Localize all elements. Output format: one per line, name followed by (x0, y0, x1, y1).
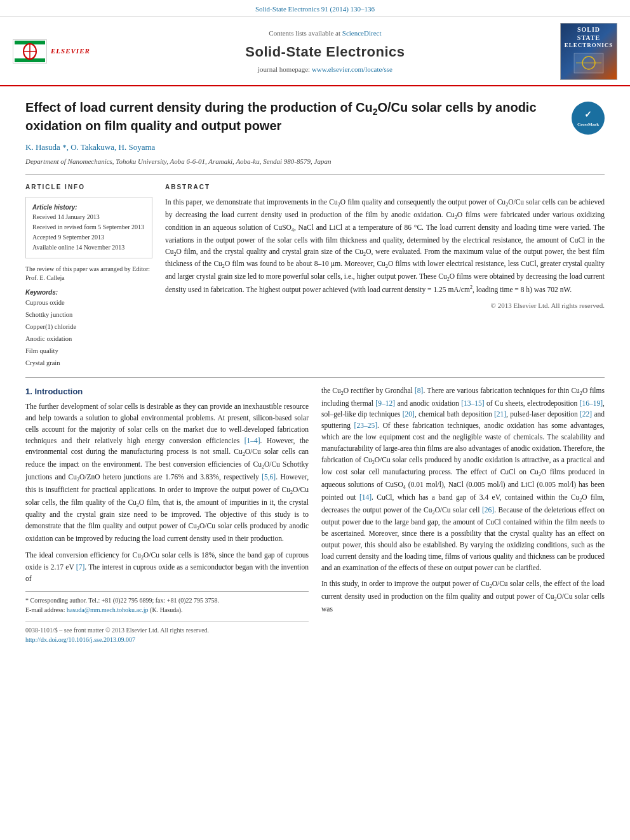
divider-1 (25, 174, 605, 175)
abstract-heading: ABSTRACT (165, 182, 605, 192)
journal-header: ELSEVIER Contents lists available at Sci… (0, 17, 630, 86)
keywords-label: Keywords: (25, 288, 152, 297)
body-two-col: 1. Introduction The further development … (25, 385, 605, 644)
body-left-col: 1. Introduction The further development … (25, 385, 309, 644)
journal-center-header: Contents lists available at ScienceDirec… (90, 28, 560, 74)
accepted-date: Accepted 9 September 2013 (32, 232, 145, 243)
footer-bar: 0038-1101/$ – see front matter © 2013 El… (25, 621, 309, 644)
intro-para-1: The further development of solar cells i… (25, 401, 309, 544)
keywords-list: Cuprous oxide Schottky junction Copper(1… (25, 297, 152, 369)
right-para-1: the Cu2O rectifier by Grondhal [8]. Ther… (321, 385, 605, 574)
keyword-4: Anodic oxidation (25, 333, 152, 345)
authors: K. Hasuda *, O. Takakuwa, H. Soyama (25, 141, 605, 154)
info-abstract-layout: ARTICLE INFO Article history: Received 1… (25, 182, 605, 369)
journal-reference: Solid-State Electronics 91 (2014) 130–13… (255, 5, 375, 13)
article-info-col: ARTICLE INFO Article history: Received 1… (25, 182, 152, 369)
article-info-heading: ARTICLE INFO (25, 182, 152, 192)
homepage-url[interactable]: www.elsevier.com/locate/sse (312, 65, 392, 73)
footnote-email: E-mail address: hasuda@mm.mech.tohoku.ac… (25, 605, 309, 615)
abstract-col: ABSTRACT In this paper, we demonstrate t… (165, 182, 605, 369)
copyright: © 2013 Elsevier Ltd. All rights reserved… (165, 300, 605, 311)
intro-title: 1. Introduction (25, 385, 309, 398)
abstract-text: In this paper, we demonstrate that impro… (165, 197, 605, 295)
elsevier-label: ELSEVIER (51, 46, 90, 57)
top-bar: Solid-State Electronics 91 (2014) 130–13… (0, 0, 630, 17)
sciencedirect-line: Contents lists available at ScienceDirec… (103, 28, 547, 39)
email-link[interactable]: hasuda@mm.mech.tohoku.ac.jp (67, 606, 149, 613)
article-title: Effect of load current density during th… (25, 99, 572, 135)
keywords-section: Keywords: Cuprous oxide Schottky junctio… (25, 288, 152, 369)
editor-note: The review of this paper was arranged by… (25, 265, 152, 283)
intro-para-2: The ideal conversion efficiency for Cu2O… (25, 550, 309, 585)
right-para-2: In this study, in order to improve the o… (321, 578, 605, 615)
available-date: Available online 14 November 2013 (32, 243, 145, 253)
crossmark-badge[interactable]: ✓ CrossMark (572, 102, 605, 135)
keyword-3: Copper(1) chloride (25, 321, 152, 333)
divider-2 (25, 377, 605, 378)
elsevier-logo-image (13, 39, 47, 63)
footnote-section: * Corresponding author. Tel.: +81 (0)22 … (25, 591, 309, 615)
article-title-section: Effect of load current density during th… (25, 99, 605, 135)
keyword-5: Film quality (25, 345, 152, 357)
body-right-col: the Cu2O rectifier by Grondhal [8]. Ther… (321, 385, 605, 644)
footer-doi[interactable]: http://dx.doi.org/10.1016/j.sse.2013.09.… (25, 635, 309, 644)
history-label: Article history: (32, 203, 145, 212)
article-container: Effect of load current density during th… (0, 86, 630, 658)
keyword-2: Schottky junction (25, 309, 152, 321)
footer-issn: 0038-1101/$ – see front matter © 2013 El… (25, 625, 309, 635)
article-history-box: Article history: Received 14 January 201… (25, 197, 152, 258)
sciencedirect-link-text[interactable]: ScienceDirect (342, 29, 382, 37)
journal-homepage: journal homepage: www.elsevier.com/locat… (103, 64, 547, 75)
received-date: Received 14 January 2013 (32, 212, 145, 222)
affiliation: Department of Nanomechanics, Tohoku Univ… (25, 156, 605, 167)
publisher-logo-area: ELSEVIER (13, 39, 90, 63)
journal-logo-box: SOLID STATE ELECTRONICS (560, 23, 617, 80)
keyword-6: Crystal grain (25, 357, 152, 370)
revised-date: Received in revised form 5 September 201… (32, 222, 145, 232)
keyword-1: Cuprous oxide (25, 297, 152, 309)
journal-title: Solid-State Electronics (103, 41, 547, 62)
footnote-corresponding: * Corresponding author. Tel.: +81 (0)22 … (25, 596, 309, 605)
elsevier-logo: ELSEVIER (13, 39, 90, 63)
